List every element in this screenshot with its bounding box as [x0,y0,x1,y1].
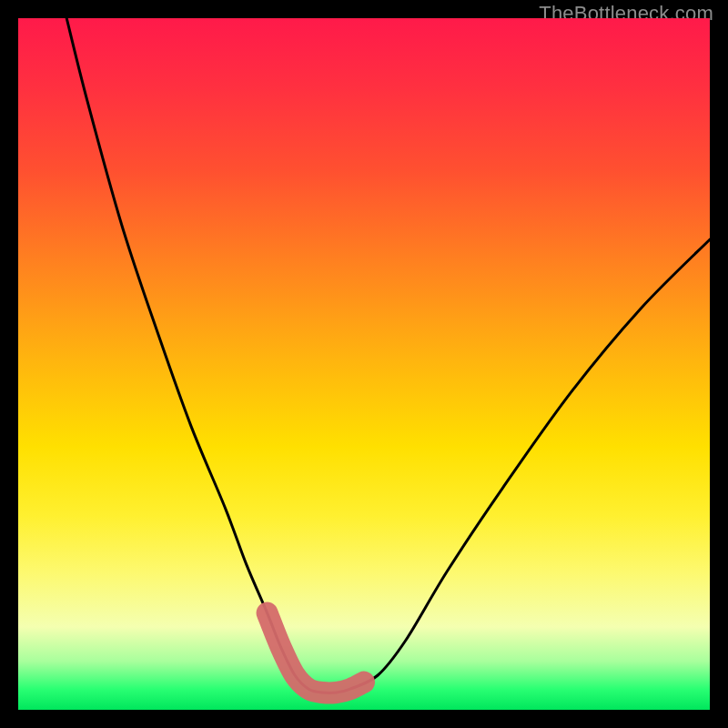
confidence-band [268,613,364,693]
plot-area [18,18,710,710]
bottleneck-curve [66,18,710,693]
chart-stage: TheBottleneck.com [0,0,728,728]
curve-layer [18,18,710,710]
